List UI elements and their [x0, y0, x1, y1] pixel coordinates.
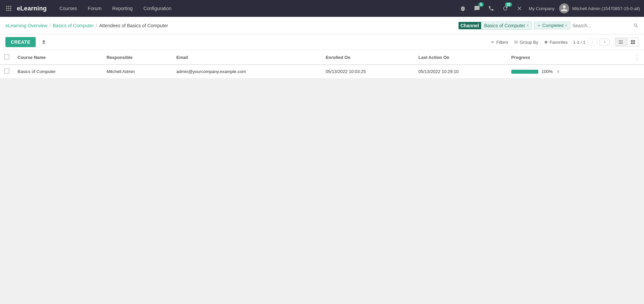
completed-filter-tag: Completed × — [534, 22, 570, 29]
col-header-last-action[interactable]: Last Action On — [414, 50, 507, 65]
search-filter-bar: Channel Basics of Computer × Completed × — [459, 22, 639, 30]
favorites-button[interactable]: Favorites — [544, 40, 568, 45]
user-avatar — [559, 3, 569, 13]
col-header-enrolled-on[interactable]: Enrolled On — [321, 50, 414, 65]
top-navigation: eLearning Courses Forum Reporting Config… — [0, 0, 644, 17]
phone-icon-button[interactable] — [486, 4, 496, 13]
grid-menu-icon[interactable] — [4, 4, 13, 13]
cell-enrolled-on: 05/13/2022 10:03:25 — [321, 65, 414, 78]
search-button[interactable] — [633, 23, 639, 28]
groupby-button[interactable]: Group By — [514, 40, 538, 45]
topnav-right: 5 28 My Company Mitchell Admin (15470857… — [458, 3, 640, 13]
col-header-email[interactable]: Email — [172, 50, 322, 65]
channel-filter-remove[interactable]: × — [527, 23, 529, 28]
pagination-next[interactable] — [600, 39, 610, 45]
chat-icon-button[interactable]: 5 — [472, 4, 482, 13]
pagination-text: 1-1 / 1 — [573, 40, 585, 45]
progress-bar-fill — [511, 70, 538, 74]
menu-item-courses[interactable]: Courses — [55, 1, 82, 16]
completed-filter-remove[interactable]: × — [565, 23, 567, 28]
table-header-row: Course Name Responsible Email Enrolled O… — [0, 50, 644, 65]
breadcrumb-attendees: Attendees of Basics of Computer — [99, 23, 168, 28]
cell-last-action: 05/13/2022 10:29:10 — [414, 65, 507, 78]
bug-icon-button[interactable] — [458, 4, 468, 13]
cell-options — [617, 65, 644, 78]
channel-value: Basics of Computer × — [481, 22, 532, 30]
select-all-checkbox[interactable] — [4, 54, 9, 60]
table-row: Basics of Computer Mitchell Admin admin@… — [0, 65, 644, 78]
select-all-header[interactable] — [0, 50, 13, 65]
menu-item-reporting[interactable]: Reporting — [107, 1, 137, 16]
menu-item-configuration[interactable]: Configuration — [139, 1, 176, 16]
channel-filter-tag: Channel Basics of Computer × — [459, 22, 532, 30]
top-menu: Courses Forum Reporting Configuration — [55, 1, 458, 16]
list-view-button[interactable] — [615, 38, 626, 46]
cell-email: admin@yourcompany.example.com — [172, 65, 322, 78]
breadcrumb-sep-1: / — [49, 23, 51, 28]
channel-label: Channel — [459, 22, 481, 29]
refresh-icon-button[interactable]: 28 — [501, 4, 510, 13]
col-header-responsible[interactable]: Responsible — [102, 50, 172, 65]
row-checkbox[interactable] — [4, 68, 9, 74]
progress-bar-bg — [511, 70, 538, 74]
refresh-badge: 28 — [505, 2, 512, 7]
kanban-view-button[interactable] — [627, 38, 639, 46]
subheader: eLearning Overview / Basics of Computer … — [0, 17, 644, 34]
row-remove-button[interactable]: ✕ — [556, 69, 560, 74]
chat-badge: 5 — [478, 2, 484, 7]
filter-funnel-icon — [537, 24, 541, 28]
progress-percent: 100% — [542, 69, 553, 74]
pagination: 1-1 / 1 — [573, 39, 610, 45]
create-button[interactable]: CREATE — [5, 37, 36, 47]
col-header-course-name[interactable]: Course Name — [13, 50, 102, 65]
toolbar-right: Filters Group By Favorites 1-1 / 1 — [490, 38, 639, 46]
content-area — [0, 78, 644, 247]
search-input[interactable] — [572, 23, 631, 28]
row-checkbox-cell[interactable] — [0, 65, 13, 78]
data-table: Course Name Responsible Email Enrolled O… — [0, 50, 644, 78]
cell-progress: 100% ✕ — [507, 65, 617, 78]
menu-item-forum[interactable]: Forum — [83, 1, 106, 16]
user-name: Mitchell Admin (15470857-15-0-all) — [572, 6, 640, 11]
col-options-button[interactable]: ⋮ — [634, 54, 640, 61]
breadcrumb: eLearning Overview / Basics of Computer … — [5, 23, 168, 28]
breadcrumb-elearning-overview[interactable]: eLearning Overview — [5, 23, 47, 28]
app-brand: eLearning — [17, 5, 47, 12]
breadcrumb-basics-of-computer[interactable]: Basics of Computer — [53, 23, 94, 28]
user-menu[interactable]: Mitchell Admin (15470857-15-0-all) — [559, 3, 640, 13]
filters-button[interactable]: Filters — [490, 40, 508, 45]
pagination-prev[interactable] — [587, 39, 598, 45]
view-toggle — [615, 38, 639, 46]
col-header-progress[interactable]: Progress — [507, 50, 617, 65]
cell-course-name[interactable]: Basics of Computer — [13, 65, 102, 78]
col-options-header: ⋮ — [617, 50, 644, 65]
company-selector[interactable]: My Company — [529, 6, 555, 11]
breadcrumb-sep-2: / — [96, 23, 97, 28]
download-button[interactable] — [40, 38, 48, 46]
close-icon-button[interactable] — [515, 4, 524, 13]
cell-responsible: Mitchell Admin — [102, 65, 172, 78]
toolbar: CREATE Filters Group By Favorites 1-1 / … — [0, 34, 644, 50]
